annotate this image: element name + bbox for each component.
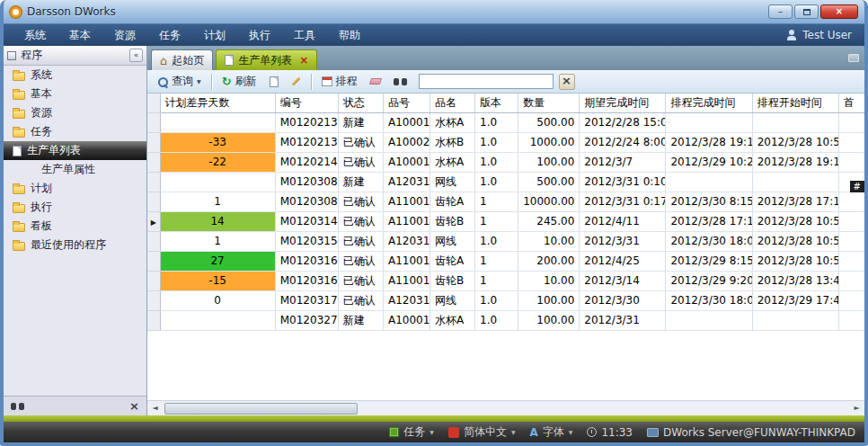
cell: A10001 [383, 310, 430, 330]
maximize-button[interactable] [794, 4, 819, 19]
menu-item[interactable]: 帮助 [327, 24, 372, 46]
column-header[interactable]: 品号 [383, 94, 430, 112]
content-area: 程序 系统基本资源任务生产单列表生产单属性计划执行看板最近使用的程序 起始页生产… [4, 46, 864, 415]
minimize-button[interactable] [768, 4, 793, 19]
cell: 10.00 [518, 271, 580, 290]
cell: 1 [475, 271, 518, 290]
menu-item[interactable]: 系统 [13, 24, 58, 46]
new-button[interactable] [264, 75, 284, 89]
horizontal-scrollbar[interactable] [147, 400, 864, 415]
language-dropdown[interactable]: 简体中文 [448, 424, 516, 440]
column-header[interactable]: 排程完成时间 [666, 94, 752, 112]
row-indicator [147, 231, 160, 251]
sidebar-item[interactable]: 生产单列表 [4, 141, 146, 160]
scroll-right-arrow-icon[interactable] [849, 401, 864, 415]
cell: 1 [160, 231, 275, 251]
sidebar-search-clear-icon[interactable] [129, 400, 139, 412]
table-row[interactable]: 27M012031601已确认A11001齿轮A1200.002012/4/25… [147, 251, 864, 271]
app-window: Darsson DWorks 系统基本资源任务计划执行工具帮助 Test Use… [0, 0, 868, 446]
cell: M012031402 [275, 211, 338, 231]
cell: 1.0 [475, 290, 518, 310]
cell: 2012/3/14 [580, 271, 666, 290]
grid-body: M012021301新建A10001水杯A1.0500.002012/2/28 … [147, 112, 864, 330]
folder-icon [13, 204, 25, 213]
sidebar-item[interactable]: 看板 [4, 217, 146, 236]
sidebar-item[interactable]: 任务 [4, 122, 146, 141]
column-header[interactable]: 数量 [518, 94, 580, 112]
sidebar-item[interactable]: 基本 [4, 85, 146, 103]
cell: 已确认 [338, 192, 383, 211]
table-row[interactable]: -15M012031602已确认A11001齿轮B110.002012/3/14… [147, 271, 864, 290]
sidebar-collapse-button[interactable] [129, 49, 143, 62]
column-header[interactable]: 品名 [430, 94, 475, 112]
calendar-icon [322, 76, 332, 86]
cell [838, 290, 864, 310]
binoculars-icon [394, 77, 407, 86]
menu-item[interactable]: 执行 [237, 24, 282, 46]
cell: 2012/3/31 0:10 [580, 172, 666, 192]
folder-icon [13, 223, 25, 232]
menu-item[interactable]: 基本 [58, 24, 102, 46]
close-button[interactable] [820, 4, 858, 19]
sidebar-item[interactable]: 系统 [4, 66, 146, 85]
table-row[interactable]: 0M012031701已确认A12031网线1.0100.002012/3/30… [147, 290, 864, 310]
sidebar-item[interactable]: 生产单属性 [4, 160, 146, 179]
cell: 1.0 [475, 112, 518, 132]
server-icon [647, 428, 659, 437]
sidebar-search-bar[interactable] [4, 396, 146, 415]
font-dropdown[interactable]: 字体 [530, 424, 573, 440]
table-row[interactable]: M012021301新建A10001水杯A1.0500.002012/2/28 … [147, 112, 864, 132]
search-input[interactable] [419, 74, 554, 89]
sidebar-item[interactable]: 计划 [4, 179, 146, 198]
menu-item[interactable]: 任务 [147, 24, 192, 46]
cell: 100.00 [518, 152, 580, 172]
eraser-button[interactable] [365, 76, 386, 86]
cell: 500.00 [518, 172, 580, 192]
clear-search-button[interactable] [559, 74, 575, 90]
server-info: DWorks Server@FUNWAY-THINKPAD [663, 426, 855, 439]
column-header[interactable]: 首 [838, 94, 864, 112]
home-icon [160, 55, 167, 67]
menu-item[interactable]: 资源 [102, 24, 147, 46]
column-header[interactable]: 状态 [338, 94, 383, 112]
tasks-dropdown[interactable]: 任务 [389, 424, 434, 440]
column-header[interactable]: 期望完成时间 [580, 94, 666, 112]
cell: 1.0 [475, 172, 518, 192]
menu-item[interactable]: 计划 [192, 24, 237, 46]
cell: 网线 [430, 172, 475, 192]
table-row[interactable]: -22M012021401已确认A10001水杯A1.0100.002012/3… [147, 152, 864, 172]
cell: 1000.00 [518, 132, 580, 152]
table-row[interactable]: 14M012031402已确认A11001齿轮B1245.002012/4/11… [147, 211, 864, 231]
find-button[interactable] [388, 76, 412, 88]
column-header[interactable]: 排程开始时间 [752, 94, 838, 112]
user-indicator[interactable]: Test User [786, 29, 855, 41]
column-header[interactable]: 计划差异天数 [160, 94, 275, 112]
scrollbar-thumb[interactable] [164, 403, 358, 415]
pin-icon[interactable] [848, 54, 859, 62]
cell: 2012/3/28 10:52 [752, 251, 838, 271]
table-row[interactable]: M012030801新建A12031网线1.0500.002012/3/31 0… [147, 172, 864, 192]
table-row[interactable]: 1M012030802已确认A11001齿轮A110000.002012/3/3… [147, 192, 864, 211]
toolbar: 查询 刷新 排程 [147, 70, 864, 94]
query-button[interactable]: 查询 [152, 72, 207, 91]
edit-button[interactable] [286, 78, 306, 85]
menu-item[interactable]: 工具 [282, 24, 327, 46]
schedule-button[interactable]: 排程 [316, 72, 363, 91]
cell: -15 [160, 271, 275, 290]
cell: A12031 [383, 290, 430, 310]
column-header[interactable]: 编号 [275, 94, 338, 112]
tab-label: 起始页 [172, 53, 204, 68]
tab-inactive[interactable]: 起始页 [151, 49, 213, 70]
cell: 2012/3/29 9:20 [666, 271, 752, 290]
sidebar-item[interactable]: 资源 [4, 103, 146, 122]
table-row[interactable]: M012032701新建A10001水杯A1.0100.002012/3/31 [147, 310, 864, 330]
sidebar-item[interactable]: 最近使用的程序 [4, 236, 146, 254]
scroll-left-arrow-icon[interactable] [147, 401, 163, 415]
table-row[interactable]: 1M012031501已确认A12031网线1.010.002012/3/312… [147, 231, 864, 251]
sidebar-item[interactable]: 执行 [4, 198, 146, 217]
tab-close-icon[interactable] [299, 55, 308, 66]
refresh-button[interactable]: 刷新 [217, 72, 262, 91]
column-header[interactable]: 版本 [475, 94, 518, 112]
table-row[interactable]: -33M012021302已确认A10002水杯B1.01000.002012/… [147, 132, 864, 152]
tab-active[interactable]: 生产单列表 [216, 49, 317, 70]
